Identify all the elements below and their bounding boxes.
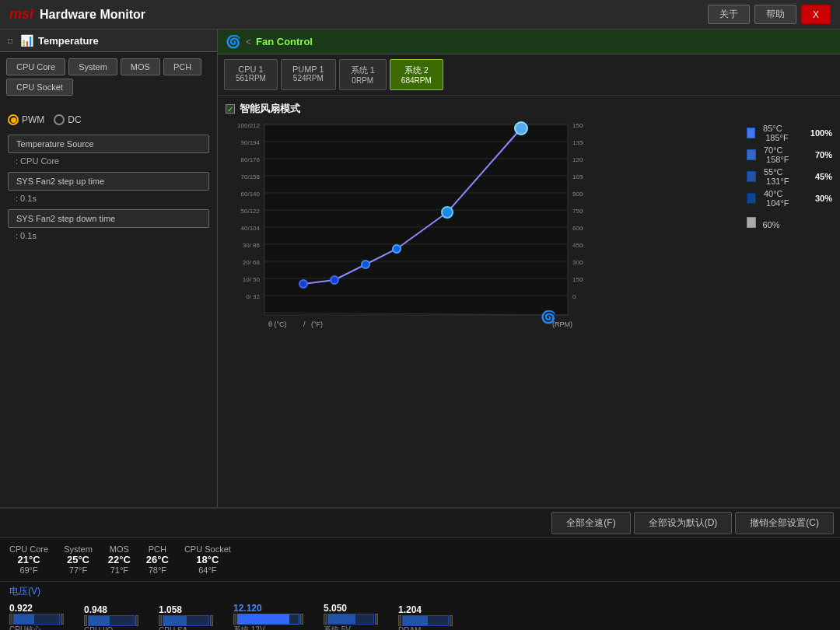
voltage-12v-val: 12.120 — [233, 603, 262, 614]
curve-point-3[interactable] — [362, 261, 369, 268]
legend-color-3 — [747, 171, 756, 182]
voltage-section: 电压(V) 0.922 CPU核心 0.948 — [0, 582, 840, 630]
temperature-panel-header: □ 📊 Temperature — [0, 30, 217, 52]
fan-tab-cpu1-name: CPU 1 — [238, 65, 263, 74]
system-btn[interactable]: System — [68, 58, 117, 75]
mode-section: PWM DC Temperature Source : CPU Core SYS… — [0, 102, 217, 254]
legend-temp-1: 85°C 185°F — [763, 124, 806, 142]
voltage-12v: 12.120 系统 12V — [233, 603, 303, 630]
voltage-cpu-core-label: CPU核心 — [9, 625, 41, 630]
sensor-cpu-socket: CPU Socket 18°C 64°F — [184, 544, 231, 575]
fan-tab-cpu1-val: 561RPM — [236, 74, 266, 82]
voltage-cpu-core-val: 0.922 — [9, 603, 33, 614]
svg-text:1500: 1500 — [572, 276, 583, 283]
legend-color-1 — [747, 128, 755, 138]
svg-text:50/122: 50/122 — [241, 208, 261, 215]
temperature-source-btn[interactable]: Temperature Source — [8, 135, 209, 153]
voltage-bar-row: 0.922 CPU核心 0.948 — [9, 603, 831, 630]
fan-tab-cpu1[interactable]: CPU 1 561RPM — [224, 59, 278, 90]
legend-color-4 — [747, 193, 756, 204]
curve-point-6[interactable] — [515, 122, 527, 135]
cancel-all-btn[interactable]: 撤销全部设置(C) — [735, 512, 834, 534]
curve-point-1[interactable] — [299, 280, 307, 288]
dc-option[interactable]: DC — [54, 114, 81, 125]
fan-tab-sys1-val: 0RPM — [351, 76, 375, 85]
voltage-cpu-sa-val: 1.058 — [159, 604, 182, 615]
sensor-mos-name: MOS — [108, 544, 131, 554]
bottom-bar: 全部全速(F) 全部设为默认(D) 撤销全部设置(C) CPU Core 21°… — [0, 507, 840, 630]
smart-fan-checkbox[interactable]: ✓ — [226, 104, 235, 114]
temperature-source-value: : CPU Core — [8, 155, 209, 172]
cpu-core-btn[interactable]: CPU Core — [6, 58, 65, 75]
svg-text:4500: 4500 — [572, 242, 583, 249]
sensor-cpu-socket-f: 64°F — [184, 565, 231, 575]
voltage-cpu-sa: 1.058 CPU SA — [159, 604, 213, 631]
svg-text:7500: 7500 — [572, 208, 583, 215]
svg-text:100/212: 100/212 — [237, 122, 260, 129]
mos-btn[interactable]: MOS — [121, 58, 160, 75]
step-down-time-value: : 0.1s — [8, 229, 209, 247]
right-panel: 🌀 < Fan Control CPU 1 561RPM PUMP 1 524R… — [218, 30, 840, 507]
chart-area: ✓ 智能风扇模式 — [218, 96, 840, 345]
title-bar: msi Hardware Monitor 关于 帮助 X — [0, 0, 840, 30]
cpu-socket-btn[interactable]: CPU Socket — [6, 79, 73, 96]
voltage-dram-val: 1.204 — [398, 604, 422, 615]
svg-text:9000: 9000 — [572, 191, 583, 198]
curve-point-2[interactable] — [331, 276, 338, 284]
mode-row: PWM DC — [8, 114, 209, 125]
voltage-dram-label: DRAM — [398, 626, 421, 631]
legend-pct-3: 45% — [815, 172, 832, 181]
sensor-pch-f: 78°F — [146, 565, 169, 575]
fan-tab-pump1-val: 524RPM — [292, 74, 324, 82]
svg-rect-0 — [264, 124, 568, 315]
sensor-cpu-core-name: CPU Core — [9, 544, 48, 554]
about-button[interactable]: 关于 — [708, 5, 750, 24]
fan-tab-sys1[interactable]: 系统 1 0RPM — [339, 59, 387, 90]
curve-point-5[interactable] — [442, 207, 453, 218]
voltage-cpu-io-label: CPU I/O — [84, 626, 113, 631]
dc-radio[interactable] — [54, 114, 65, 125]
pch-btn[interactable]: PCH — [163, 58, 201, 75]
svg-text:40/104: 40/104 — [241, 225, 261, 232]
sensor-system: System 25°C 77°F — [64, 544, 93, 575]
fan-tab-pump1-name: PUMP 1 — [292, 65, 324, 74]
full-speed-btn[interactable]: 全部全速(F) — [551, 512, 630, 534]
temp-button-group: CPU Core System MOS PCH CPU Socket — [0, 52, 217, 102]
collapse-icon[interactable]: □ — [8, 37, 12, 45]
close-button[interactable]: X — [801, 5, 831, 24]
fan-tab-sys2[interactable]: 系统 2 684RPM — [390, 59, 443, 90]
temperature-icon: 📊 — [20, 34, 33, 47]
step-down-time-btn[interactable]: SYS Fan2 step down time — [8, 209, 209, 228]
svg-text:/: / — [303, 320, 306, 328]
svg-text:0: 0 — [572, 293, 576, 300]
step-up-time-btn[interactable]: SYS Fan2 step up time — [8, 172, 209, 191]
action-button-bar: 全部全速(F) 全部设为默认(D) 撤销全部设置(C) — [0, 509, 840, 538]
legend-color-5 — [747, 217, 756, 228]
legend-60-row: 60% — [747, 217, 832, 231]
legend-pct-2: 70% — [815, 150, 832, 159]
sensor-system-name: System — [64, 544, 93, 554]
voltage-dram: 1.204 DRAM — [398, 604, 453, 631]
pwm-radio[interactable] — [8, 114, 19, 125]
smart-fan-title: 智能风扇模式 — [240, 102, 300, 116]
chart-container: 100/212 90/194 80/176 70/158 60/140 50/1… — [226, 121, 832, 338]
fan-tab-sys1-name: 系统 1 — [351, 65, 375, 75]
sensor-system-c: 25°C — [64, 554, 93, 565]
set-default-btn[interactable]: 全部设为默认(D) — [634, 512, 733, 534]
help-button[interactable]: 帮助 — [754, 5, 796, 24]
curve-point-4[interactable] — [393, 245, 401, 253]
svg-text:3000: 3000 — [572, 259, 583, 266]
voltage-12v-label: 系统 12V — [233, 625, 265, 630]
fan-tab-pump1[interactable]: PUMP 1 524RPM — [281, 59, 336, 90]
step-up-time-value: : 0.1s — [8, 192, 209, 209]
fan-curve-chart[interactable]: 100/212 90/194 80/176 70/158 60/140 50/1… — [226, 121, 583, 338]
fan-header-icon: 🌀 — [226, 34, 241, 49]
pwm-option[interactable]: PWM — [8, 114, 44, 125]
svg-text:15000: 15000 — [572, 122, 583, 129]
legend-temp-4: 40°C 104°F — [764, 189, 810, 208]
chart-wrap: 100/212 90/194 80/176 70/158 60/140 50/1… — [226, 121, 739, 338]
legend-row-1: 85°C 185°F 100% — [747, 124, 832, 142]
sensor-mos-c: 22°C — [108, 554, 131, 565]
pwm-label: PWM — [22, 114, 44, 125]
sensor-readings: CPU Core 21°C 69°F System 25°C 77°F MOS … — [0, 538, 840, 582]
